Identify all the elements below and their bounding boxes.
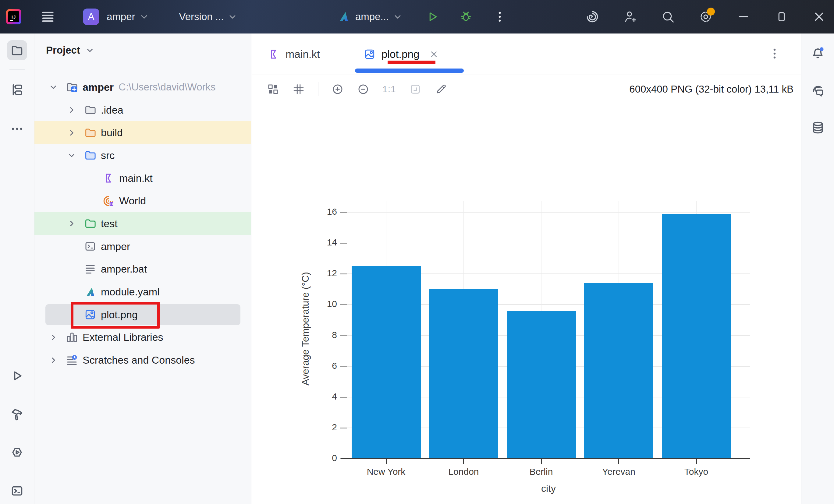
project-tool-window-button[interactable] <box>7 40 27 60</box>
chevron-down-icon[interactable] <box>392 11 403 23</box>
tree-item-amper[interactable]: amper <box>35 235 251 258</box>
libraries-icon <box>66 331 78 344</box>
code-with-me-icon[interactable] <box>623 10 637 24</box>
chevron-down-icon[interactable] <box>84 45 95 56</box>
tree-item-label: amper.bat <box>101 263 147 275</box>
project-panel: Project amperC:\Users\david\Works.ideabu… <box>35 33 251 504</box>
chevron-spacer <box>64 284 80 300</box>
amper-yaml-icon <box>84 285 96 298</box>
tab-close-icon[interactable] <box>429 49 439 60</box>
more-actions-icon[interactable] <box>493 10 506 23</box>
image-info-text: 600x400 PNG (32-bit color) 13,11 kB <box>629 76 793 102</box>
close-icon[interactable] <box>812 10 826 24</box>
search-icon[interactable] <box>661 10 675 24</box>
folder-src-icon <box>84 149 96 162</box>
project-avatar[interactable]: A <box>83 8 99 25</box>
active-tab-indicator <box>355 69 464 73</box>
intellij-logo-text: IJ <box>8 11 19 22</box>
right-tool-strip <box>801 33 834 504</box>
more-tool-windows-button[interactable] <box>10 122 24 136</box>
ai-spiral-icon[interactable] <box>585 10 599 24</box>
annotation-red-underline-tab <box>388 61 435 64</box>
folder-build-icon <box>84 127 96 139</box>
terminal-tool-icon[interactable] <box>10 484 24 498</box>
text-file-icon <box>84 263 96 276</box>
tree-item-build[interactable]: build <box>35 121 251 144</box>
chevron-spacer <box>64 261 80 277</box>
chevron-down-icon[interactable] <box>45 79 61 95</box>
tree-item-label: amper <box>101 240 130 252</box>
annotation-red-box-tree <box>71 302 160 328</box>
tree-item-path: C:\Users\david\Works <box>118 81 215 93</box>
database-icon[interactable] <box>811 121 825 135</box>
zoom-out-icon[interactable] <box>357 83 370 96</box>
strip-divider <box>9 69 25 70</box>
intellij-logo: IJ <box>6 9 21 24</box>
run-config-amper-icon <box>337 10 350 23</box>
tab-label: plot.png <box>381 48 420 60</box>
chevron-spacer <box>64 238 80 254</box>
kotlin-icon <box>102 172 115 185</box>
terminal-file-icon <box>84 240 96 253</box>
tree-item-label: test <box>101 218 117 230</box>
chevron-right-icon[interactable] <box>64 102 80 118</box>
debug-button[interactable] <box>459 10 473 24</box>
tree-item-main.kt[interactable]: main.kt <box>35 167 251 190</box>
toolbar-separator <box>318 82 319 96</box>
tab-main.kt[interactable]: main.kt <box>267 33 320 75</box>
tree-item-external-libraries[interactable]: External Libraries <box>35 326 251 349</box>
run-config-button[interactable]: ampe... <box>355 11 389 23</box>
title-bar: IJ A amper Version ... ampe... <box>0 0 834 33</box>
tree-item-amper[interactable]: amperC:\Users\david\Works <box>35 76 251 99</box>
build-tool-icon[interactable] <box>10 407 24 421</box>
tree-item-world[interactable]: World <box>35 189 251 212</box>
editor-area: main.ktplot.png 1:1 600x400 PNG (32-bit … <box>252 33 801 504</box>
tree-item-.idea[interactable]: .idea <box>35 99 251 121</box>
tree-item-label: Scratches and Consoles <box>83 354 195 366</box>
chevron-down-icon[interactable] <box>138 11 150 23</box>
pixel-grid-icon[interactable] <box>292 83 305 96</box>
tab-label: main.kt <box>286 48 320 60</box>
chevron-right-icon[interactable] <box>64 215 80 231</box>
tree-item-label: module.yaml <box>101 286 160 298</box>
chevron-spacer <box>82 193 98 209</box>
minimize-icon[interactable] <box>737 10 750 24</box>
tree-item-amper.bat[interactable]: amper.bat <box>35 258 251 281</box>
zoom-in-icon[interactable] <box>331 83 344 96</box>
run-button[interactable] <box>425 10 439 24</box>
tree-item-src[interactable]: src <box>35 144 251 167</box>
zoom-ratio-label[interactable]: 1:1 <box>382 84 396 94</box>
tree-item-label: External Libraries <box>83 331 163 343</box>
tree-item-test[interactable]: test <box>35 212 251 235</box>
tree-item-scratches-and-consoles[interactable]: Scratches and Consoles <box>35 349 251 371</box>
chevron-right-icon[interactable] <box>45 329 61 345</box>
vcs-widget-button[interactable]: Version ... <box>179 11 224 23</box>
tab-options-icon[interactable] <box>768 47 781 60</box>
editor-tab-bar: main.ktplot.png <box>252 33 801 75</box>
chevron-down-icon[interactable] <box>227 11 238 23</box>
structure-tool-window-button[interactable] <box>10 83 24 97</box>
main-menu-icon[interactable] <box>41 10 55 24</box>
transparency-checkerboard-icon[interactable] <box>267 83 280 96</box>
tree-item-label: World <box>119 195 146 207</box>
settings-icon[interactable] <box>699 10 713 24</box>
ai-assistant-icon[interactable] <box>811 84 825 97</box>
edit-external-icon[interactable] <box>435 83 447 96</box>
image-icon <box>363 48 376 61</box>
tree-item-label: build <box>101 127 123 139</box>
scratches-icon <box>66 354 78 367</box>
notifications-bell-icon[interactable] <box>811 46 825 60</box>
chevron-spacer <box>82 170 98 186</box>
chevron-down-icon[interactable] <box>64 147 80 163</box>
chevron-right-icon[interactable] <box>45 352 61 368</box>
fit-window-icon[interactable] <box>409 83 422 96</box>
chevron-right-icon[interactable] <box>64 125 80 141</box>
services-tool-icon[interactable] <box>10 445 24 460</box>
tree-item-label: src <box>101 150 114 161</box>
kotlin-icon <box>267 48 280 61</box>
tree-item-module.yaml[interactable]: module.yaml <box>35 280 251 303</box>
project-name-button[interactable]: amper <box>107 11 135 23</box>
project-panel-header[interactable]: Project <box>35 33 251 67</box>
run-tool-icon[interactable] <box>10 369 24 383</box>
maximize-icon[interactable] <box>774 10 788 24</box>
